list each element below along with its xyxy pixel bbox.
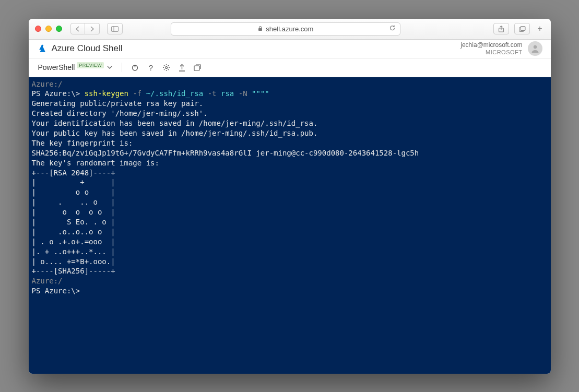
terminal-flag: -f [128,89,141,98]
terminal-line: SHA256:Bq/zviGqJp19tG+/7GvdyCA7Ffm+kRRh9… [32,149,419,157]
svg-rect-2 [258,28,262,31]
randomart-line: | + | [32,178,115,186]
randomart-line: | o o | [32,188,115,196]
new-session-button[interactable] [191,61,205,74]
svg-line-14 [164,65,164,66]
svg-line-16 [164,69,164,69]
maximize-window-button[interactable] [56,26,62,32]
terminal-line: Azure:/ [32,80,63,88]
randomart-line: | . o .+.o+.=ooo | [32,237,115,246]
user-email: jechia@microsoft.com [460,42,522,49]
svg-line-15 [168,69,169,69]
randomart-line: | o o o o | [32,208,115,216]
terminal-flag: -t [203,89,216,98]
window-controls [35,26,62,32]
restart-button[interactable] [128,61,142,74]
cloudshell-toolbar: PowerShell PREVIEW ? [29,58,551,77]
person-icon [530,43,540,54]
tabs-button[interactable] [514,23,530,34]
nav-buttons [70,23,100,34]
titlebar-right: + [493,23,544,34]
close-window-button[interactable] [35,26,41,32]
terminal-line: The key's randomart image is: [32,159,159,167]
user-text: jechia@microsoft.com MICROSOFT [460,42,522,55]
back-button[interactable] [70,23,85,34]
reload-icon[interactable] [389,25,396,33]
new-tab-button[interactable]: + [535,24,544,33]
azure-icon [37,43,48,54]
gear-icon [162,64,170,72]
shell-selector[interactable]: PowerShell PREVIEW [35,62,115,73]
randomart-line: | S Eo. . o | [32,218,115,226]
share-button[interactable] [493,23,509,34]
avatar[interactable] [528,41,542,56]
browser-window: shell.azure.com + Azure Cloud Shell jech… [29,19,551,374]
lock-icon [258,26,263,32]
app-title: Azure Cloud Shell [52,43,123,54]
user-org: MICROSOFT [460,49,522,55]
minimize-window-button[interactable] [45,26,52,32]
preview-badge: PREVIEW [77,62,104,68]
azure-logo[interactable]: Azure Cloud Shell [37,43,123,54]
randomart-line: +----[SHA256]-----+ [32,267,115,275]
terminal-command: ssh-keygen [85,89,128,98]
terminal-line: Your identification has been saved in /h… [32,119,318,127]
svg-point-6 [533,45,536,49]
svg-point-9 [166,66,168,68]
browser-titlebar: shell.azure.com + [29,19,551,40]
svg-rect-0 [111,26,118,31]
upload-icon [179,64,185,72]
terminal-prompt: PS Azure:\> [32,89,85,98]
terminal-line: Azure:/ [32,277,63,285]
separator [122,63,122,72]
terminal-line: Generating public/private rsa key pair. [32,99,204,108]
terminal-line: Created directory '/home/jer-ming/.ssh'. [32,109,208,117]
randomart-line: | .o..o..o o | [32,228,115,236]
sidebar-toggle-button[interactable] [107,23,123,34]
svg-line-17 [168,65,169,66]
terminal-line: The key fingerprint is: [32,139,133,147]
user-block[interactable]: jechia@microsoft.com MICROSOFT [460,41,542,56]
terminal-arg: rsa [217,89,234,98]
terminal-pane[interactable]: Azure:/ PS Azure:\> ssh-keygen -f ~/.ssh… [29,77,551,374]
shell-name: PowerShell [38,63,75,72]
randomart-line: | . .. o | [32,198,115,206]
randomart-line: +---[RSA 2048]----+ [32,169,115,177]
address-bar[interactable]: shell.azure.com [171,22,400,35]
terminal-flag: -N [234,89,247,98]
help-button[interactable]: ? [144,61,158,74]
svg-rect-20 [194,66,199,70]
upload-button[interactable] [175,61,189,74]
terminal-prompt: PS Azure:\> [32,287,80,295]
url-host: shell.azure.com [266,25,313,33]
forward-button[interactable] [85,23,100,34]
terminal-arg: """" [247,89,269,98]
randomart-line: | o.... +=*B+.ooo.| [32,257,115,266]
terminal-arg: ~/.ssh/id_rsa [141,89,203,98]
randomart-line: |. + ..o+++..*... | [32,247,115,256]
svg-rect-5 [521,26,525,30]
terminal-line: Your public key has been saved in /home/… [32,129,318,137]
new-window-icon [194,64,202,71]
settings-button[interactable] [160,61,173,74]
chevron-down-icon [107,65,112,70]
app-header: Azure Cloud Shell jechia@microsoft.com M… [29,40,551,58]
